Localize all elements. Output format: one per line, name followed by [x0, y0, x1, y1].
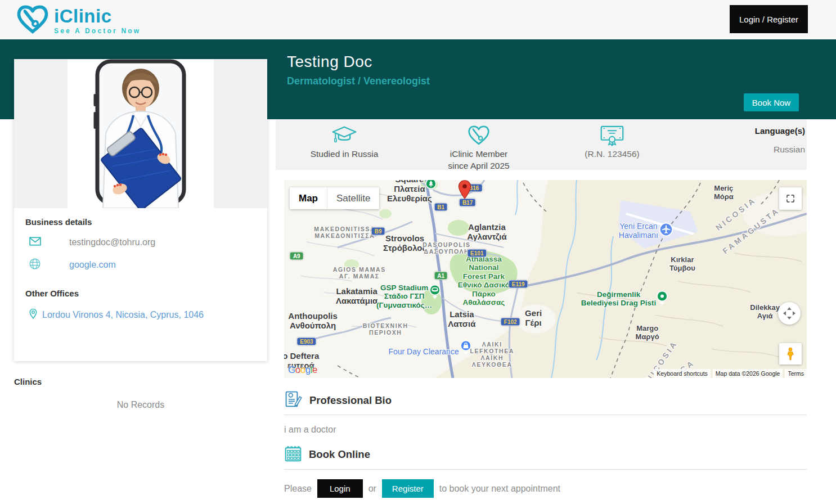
pegman-control[interactable]: [779, 343, 802, 364]
map-data-label: Map data ©2026 Google: [713, 369, 783, 378]
doctor-email: testingdoc@tohru.org: [69, 237, 155, 248]
map-label-athalassa-park: AthalassaNationalForest ParkΕθνικό Δασικ…: [458, 255, 510, 307]
brand-name: iClinic: [54, 7, 141, 25]
calendar-icon: [284, 444, 302, 465]
doctor-photo: [14, 59, 267, 208]
map-marker-four-day-clearance-poi[interactable]: [460, 340, 472, 357]
pan-control[interactable]: [778, 302, 801, 325]
map-marker-drag-pisti-poi[interactable]: [656, 290, 668, 308]
booking-or-text: or: [368, 484, 376, 494]
fullscreen-icon: [785, 194, 795, 204]
map-label-viotechniki: ΒΙΟΤΕΧΝΙΚΗΠΕΡΙΟΧΗ: [363, 322, 408, 336]
map-label-degirmenlik-drag[interactable]: DeğirmenlikBelediyesi Drag Pisti: [581, 290, 657, 308]
map-label-meric-mora: MeriçΜόρα: [714, 184, 734, 201]
document-pencil-icon: [284, 390, 303, 410]
map-label-gsp-stadium[interactable]: GSP StadiumΣτάδιο ΓΣΠ(Γυμναστικός…: [376, 284, 432, 310]
terms-link[interactable]: Terms: [785, 369, 807, 378]
heart-stethoscope-icon: [16, 4, 50, 37]
stat-education: Studied in Russia: [285, 124, 403, 160]
studied-in-label: Studied in Russia: [285, 148, 403, 160]
map-attribution: Keyboard shortcuts Map data ©2026 Google…: [654, 369, 807, 378]
stat-languages: Language(s) Russian: [755, 126, 805, 155]
booking-suffix-text: to book your next appointment: [439, 484, 560, 494]
login-register-button[interactable]: Login / Register: [730, 5, 808, 33]
other-offices-heading: Other Offices: [25, 289, 256, 298]
map-type-map-button[interactable]: Map: [290, 187, 327, 209]
stat-registration: (R.N. 123456): [553, 124, 671, 160]
book-online-section: Book Online Please Login or Register to …: [284, 444, 807, 498]
doctor-illustration: [68, 59, 214, 208]
map-label-dilekkaya: DilekkayΑγιά: [750, 304, 780, 321]
email-row: testingdoc@tohru.org: [25, 237, 256, 248]
road-badge-e101: E101: [467, 249, 487, 257]
map-label-laiki-lefkothea: ΛΑΙΚΙLEFKOTHEAΛΑΪΚΗΛΕΥΚΟΘΕΑ: [470, 341, 514, 368]
map-label-makedonitissa: MAKEDONITISSAΜΑΚΕΔΟΝΙΤΙΣΣΑ: [314, 226, 375, 239]
road-badge-b9: B9: [371, 227, 385, 236]
map-label-geri: GeriΓέρι: [525, 308, 542, 328]
graduation-cap-icon: [285, 124, 403, 146]
doctor-specialty: Dermatologist / Venereologist: [287, 75, 430, 87]
map-marker-eleftheria-park-poi[interactable]: [425, 180, 437, 196]
professional-bio-section: Professional Bio i am a doctor: [284, 390, 807, 435]
map-label-dasoupolis: DASOUPOLISΔΑΣΟΥΠΟΛΗ: [423, 241, 470, 255]
iclinic-logo[interactable]: iClinic See A Doctor Now: [16, 4, 141, 37]
book-now-button[interactable]: Book Now: [744, 93, 799, 111]
map-label-aglantzia: AglantziaΑγλαντζιά: [467, 222, 507, 242]
booking-login-button[interactable]: Login: [317, 479, 363, 498]
map-label-kirklar: KırklarΤύμβου: [669, 256, 695, 273]
website-row: google.com: [25, 258, 256, 272]
road-badge-a9: A9: [290, 252, 304, 260]
office-address-row: Lordou Vironos 4, Nicosia, Cyprus, 1046: [25, 308, 256, 321]
app-header: iClinic See A Doctor Now Login / Registe…: [0, 0, 836, 39]
doctor-website-link[interactable]: google.com: [69, 260, 116, 270]
pan-arrows-icon: [780, 304, 799, 323]
doctor-stats-strip: Studied in Russia iClinic Member since A…: [276, 119, 807, 170]
clinics-heading: Clinics: [14, 377, 267, 386]
road-badge-e119: E119: [509, 280, 528, 289]
map-type-control: Map Satellite: [290, 187, 379, 209]
certificate-icon: [553, 124, 671, 146]
brand-tagline: See A Doctor Now: [54, 27, 141, 35]
map-label-yeni-ercan-airport[interactable]: Yeni ErcanHavalimanı: [619, 222, 658, 240]
business-details-heading: Business details: [25, 217, 256, 227]
bio-text: i am a doctor: [284, 425, 807, 435]
road-badge-e903: E903: [296, 337, 316, 345]
map-label-four-day-clearance[interactable]: Four Day Clearance: [388, 347, 459, 356]
map-label-lakatamia: LakatamiaΛακατάμια: [336, 286, 377, 306]
google-logo[interactable]: Google: [288, 364, 317, 376]
office-address-link[interactable]: Lordou Vironos 4, Nicosia, Cyprus, 1046: [42, 310, 204, 320]
clinics-empty-state: No Records: [14, 400, 267, 410]
map-label-anthoupolis: AnthoupolisΑνθούπολη: [288, 311, 337, 331]
road-badge-a1: A1: [434, 272, 448, 280]
stat-membership: iClinic Member since April 2025: [420, 124, 538, 172]
road-badge-f102: F102: [501, 318, 520, 326]
bio-heading: Professional Bio: [309, 394, 392, 407]
book-online-heading: Book Online: [309, 448, 370, 461]
map-marker-gsp-stadium-poi[interactable]: [429, 284, 441, 302]
languages-heading: Language(s): [755, 126, 805, 136]
member-since-line2: since April 2025: [420, 160, 538, 172]
map-marker-office-location-pin[interactable]: [458, 180, 471, 201]
heart-stethoscope-icon: [420, 124, 538, 146]
envelope-icon: [29, 237, 45, 248]
registration-number: (R.N. 123456): [553, 148, 671, 160]
booking-register-button[interactable]: Register: [382, 479, 434, 498]
map-label-margo: MargoΜαργό: [636, 325, 659, 341]
member-since-line1: iClinic Member: [420, 148, 538, 160]
location-pin-icon: [29, 308, 39, 321]
globe-icon: [29, 258, 45, 272]
languages-value: Russian: [755, 145, 805, 155]
map-type-satellite-button[interactable]: Satellite: [327, 187, 379, 209]
map-label-agios-mamas: AGIOS MAMASΑΓ. ΜΑΜΑΣ: [333, 266, 386, 280]
doctor-name: Testing Doc: [287, 53, 372, 71]
clinics-section: Clinics No Records: [14, 377, 267, 410]
pegman-icon: [785, 346, 796, 362]
map-marker-ercan-airport-poi[interactable]: [659, 222, 674, 240]
google-map[interactable]: SquareΠλατείαΕλευθερίαςMAKEDONITISSAΜΑΚΕ…: [284, 180, 807, 378]
fullscreen-button[interactable]: [779, 187, 802, 210]
map-label-latsia: LatsiaΛατσιά: [448, 309, 475, 329]
doctor-profile-card: Business details testingdoc@tohru.org go…: [14, 59, 267, 361]
booking-prefix-text: Please: [284, 484, 312, 494]
map-label-strovolos: StrovolosΣτρόβολος: [383, 233, 426, 253]
keyboard-shortcuts-link[interactable]: Keyboard shortcuts: [654, 369, 710, 378]
